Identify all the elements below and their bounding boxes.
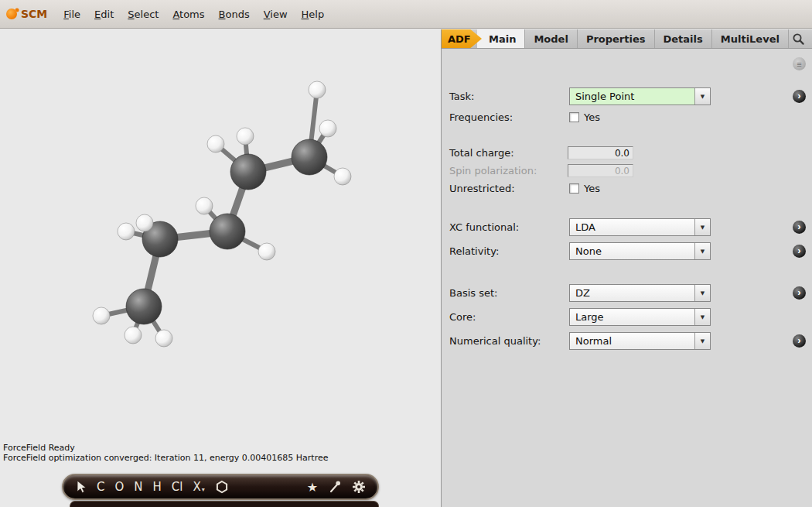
xc-functional-select[interactable]: LDA ▼ — [569, 218, 711, 236]
molecule-canvas[interactable] — [0, 29, 441, 463]
settings-button[interactable] — [352, 480, 366, 494]
tab-properties[interactable]: Properties — [578, 29, 655, 48]
star-icon: ★ — [307, 480, 318, 495]
panel-menu-button[interactable]: ≡ — [793, 57, 806, 70]
status-line-2: ForceField optimization converged: Itera… — [3, 453, 329, 463]
element-o-button[interactable]: O — [114, 480, 124, 494]
panel-body: ≡ Task: Single Point ▼ › Frequencies: Ye… — [442, 48, 812, 507]
search-button[interactable] — [791, 32, 805, 46]
relativity-detail-button[interactable]: › — [793, 245, 806, 258]
tabs: Main Model Properties Details MultiLevel — [477, 29, 789, 48]
status-area: ForceField Ready ForceField optimization… — [3, 443, 329, 463]
menu-help[interactable]: Help — [295, 5, 332, 23]
menu-edit[interactable]: Edit — [87, 5, 121, 23]
chevron-right-icon: › — [797, 221, 800, 231]
total-charge-row: Total charge: — [449, 144, 806, 162]
adf-panel: ADF Main Model Properties Details MultiL… — [442, 29, 812, 507]
tab-multilevel[interactable]: MultiLevel — [712, 29, 789, 48]
search-icon — [792, 33, 805, 46]
tab-details[interactable]: Details — [655, 29, 712, 48]
pointer-tool-button[interactable] — [75, 480, 87, 494]
element-n-button[interactable]: N — [134, 480, 142, 494]
chevron-right-icon: › — [797, 91, 800, 101]
unrestricted-row: Unrestricted: Yes — [449, 180, 806, 197]
ring-structure-button[interactable] — [215, 480, 229, 494]
tab-model[interactable]: Model — [525, 29, 577, 48]
core-select-value: Large — [570, 309, 694, 325]
menu-bar: SCM File Edit Select Atoms Bonds View He… — [0, 0, 812, 29]
numerical-quality-detail-button[interactable]: › — [793, 334, 806, 348]
checkbox-box-icon — [569, 112, 579, 122]
task-row: Task: Single Point ▼ › — [449, 87, 806, 105]
select-arrow-icon: ▼ — [694, 309, 710, 325]
numerical-quality-select[interactable]: Normal ▼ — [569, 332, 711, 350]
numerical-quality-label: Numerical quality: — [449, 332, 541, 350]
element-x-label: X — [193, 480, 200, 494]
spin-polarization-row: Spin polarization: — [449, 162, 806, 180]
menu-lines-icon: ≡ — [797, 60, 801, 69]
element-toolbar: C O N H Cl X ▾ ★ — [62, 474, 379, 500]
task-select[interactable]: Single Point ▼ — [569, 87, 711, 105]
frequencies-label: Frequencies: — [449, 108, 513, 126]
chevron-right-icon: › — [797, 245, 800, 255]
frequencies-checkbox-label: Yes — [584, 111, 600, 123]
select-arrow-icon: ▼ — [694, 219, 710, 235]
xc-functional-label: XC functional: — [449, 218, 519, 236]
favorites-button[interactable]: ★ — [307, 480, 318, 495]
relativity-row: Relativity: None ▼ › — [449, 242, 806, 260]
relativity-select[interactable]: None ▼ — [569, 242, 711, 260]
element-c-button[interactable]: C — [97, 480, 104, 494]
hexagon-ring-icon — [215, 480, 229, 494]
status-line-1: ForceField Ready — [3, 443, 329, 453]
menu-select[interactable]: Select — [121, 5, 165, 23]
select-arrow-icon: ▼ — [694, 243, 710, 259]
scm-logo-icon — [6, 9, 17, 19]
unrestricted-checkbox[interactable]: Yes — [569, 180, 600, 197]
element-h-button[interactable]: H — [153, 480, 162, 494]
numerical-quality-select-value: Normal — [570, 333, 694, 349]
select-arrow-icon: ▼ — [694, 333, 710, 349]
basis-set-row: Basis set: DZ ▼ › — [449, 284, 806, 302]
wand-icon — [328, 480, 342, 494]
unrestricted-label: Unrestricted: — [449, 180, 515, 197]
menu-bonds[interactable]: Bonds — [212, 5, 257, 23]
task-detail-button[interactable]: › — [793, 90, 806, 103]
chevron-right-icon: › — [797, 287, 800, 297]
relativity-select-value: None — [570, 243, 694, 259]
tools-button[interactable] — [328, 480, 342, 494]
frequencies-row: Frequencies: Yes — [449, 108, 806, 126]
gear-icon — [352, 480, 366, 494]
select-arrow-icon: ▼ — [694, 88, 710, 104]
adf-method-tag[interactable]: ADF — [442, 29, 482, 48]
adfinput-window: SCM File Edit Select Atoms Bonds View He… — [0, 0, 812, 507]
total-charge-input[interactable] — [568, 146, 633, 159]
spin-polarization-input — [568, 164, 633, 177]
basis-set-detail-button[interactable]: › — [793, 286, 806, 300]
scm-logo[interactable]: SCM — [6, 8, 47, 20]
task-select-value: Single Point — [570, 88, 694, 104]
menu-atoms[interactable]: Atoms — [165, 5, 211, 23]
element-cl-button[interactable]: Cl — [172, 480, 183, 494]
tab-bar: ADF Main Model Properties Details MultiL… — [442, 29, 812, 49]
frequencies-checkbox[interactable]: Yes — [569, 108, 600, 126]
scm-logo-text: SCM — [21, 8, 47, 20]
xc-functional-detail-button[interactable]: › — [793, 221, 806, 234]
molecule-viewer[interactable]: ForceField Ready ForceField optimization… — [0, 29, 442, 507]
basis-set-select[interactable]: DZ ▼ — [569, 284, 711, 302]
spin-polarization-label: Spin polarization: — [449, 162, 537, 180]
tab-main[interactable]: Main — [477, 29, 525, 48]
xc-functional-select-value: LDA — [570, 219, 694, 235]
numerical-quality-row: Numerical quality: Normal ▼ › — [449, 332, 806, 350]
toolbar-drawer-handle[interactable] — [70, 501, 379, 507]
menu-file[interactable]: File — [56, 5, 87, 23]
relativity-label: Relativity: — [449, 242, 499, 260]
basis-set-select-value: DZ — [570, 285, 694, 301]
basis-set-label: Basis set: — [449, 284, 497, 302]
core-label: Core: — [449, 308, 476, 326]
select-arrow-icon: ▼ — [694, 285, 710, 301]
core-select[interactable]: Large ▼ — [569, 308, 711, 326]
xc-functional-row: XC functional: LDA ▼ › — [449, 218, 806, 236]
menu-view[interactable]: View — [257, 5, 295, 23]
chevron-right-icon: › — [797, 335, 800, 345]
element-x-button[interactable]: X ▾ — [193, 480, 204, 494]
